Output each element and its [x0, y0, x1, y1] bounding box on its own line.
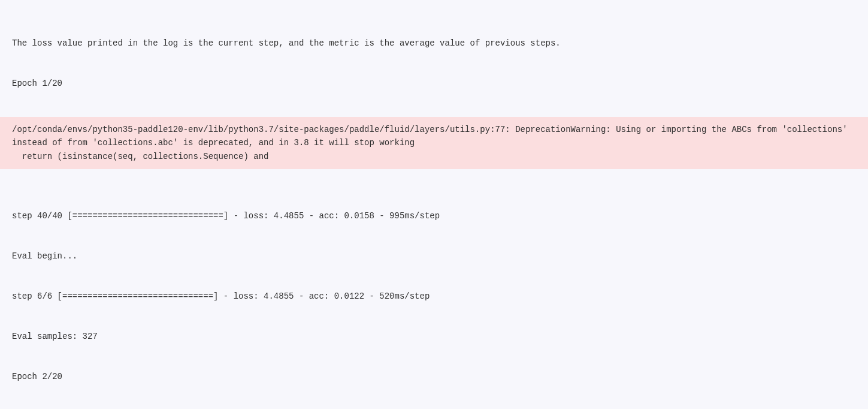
training-log-block: step 40/40 [============================…: [0, 180, 868, 409]
header-line-2: Epoch 1/20: [12, 77, 856, 90]
log-line: Eval begin...: [12, 249, 856, 263]
header-line-1: The loss value printed in the log is the…: [12, 37, 856, 50]
log-line: step 6/6 [==============================…: [12, 290, 856, 303]
log-line: Epoch 2/20: [12, 370, 856, 383]
log-line: Eval samples: 327: [12, 330, 856, 343]
log-line: step 40/40 [============================…: [12, 209, 856, 222]
output-header-block: The loss value printed in the log is the…: [0, 7, 868, 106]
deprecation-warning-block: /opt/conda/envs/python35-paddle120-env/l…: [0, 117, 868, 169]
